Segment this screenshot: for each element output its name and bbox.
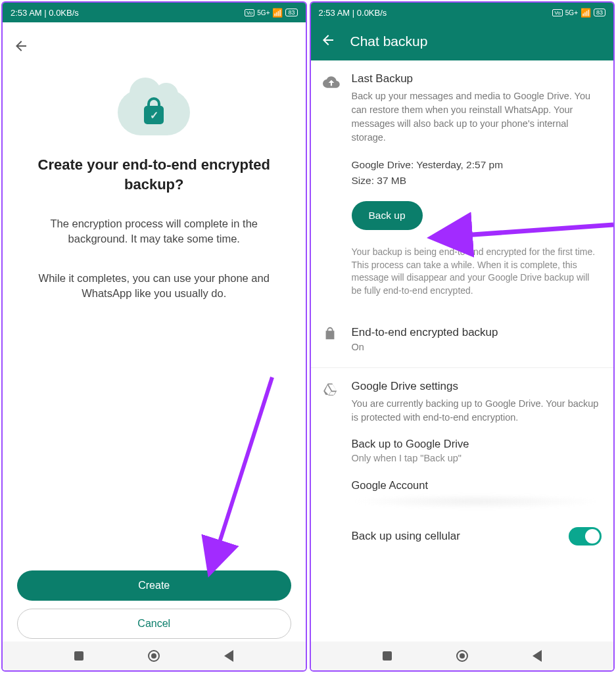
bottom-button-row: Create Cancel bbox=[3, 570, 306, 639]
network-type: 5G+ bbox=[565, 9, 578, 16]
cloud-upload-icon bbox=[323, 74, 340, 93]
encrypted-cloud-illustration: ✓ bbox=[118, 83, 190, 135]
nav-recent-icon[interactable] bbox=[383, 651, 392, 661]
backup-cellular-label: Back up using cellular bbox=[352, 530, 460, 543]
encryption-note: Your backup is being end-to-end encrypte… bbox=[352, 246, 602, 297]
battery-indicator: 83 bbox=[594, 9, 605, 16]
status-bar: 2:53 AM | 0.0KB/s Vo 5G+ 📶 83 bbox=[3, 3, 306, 22]
status-right-cluster: Vo 5G+ 📶 83 bbox=[245, 8, 298, 18]
status-bar: 2:53 AM | 0.0KB/s Vo 5G+ 📶 83 bbox=[311, 3, 614, 22]
gdrive-settings-title: Google Drive settings bbox=[352, 380, 602, 393]
top-area bbox=[3, 22, 306, 57]
backup-size: Size: 37 MB bbox=[352, 175, 602, 187]
google-drive-icon bbox=[323, 381, 339, 400]
description-2: While it completes, you can use your pho… bbox=[3, 271, 306, 301]
google-account-value-redacted bbox=[352, 494, 602, 509]
check-icon: ✓ bbox=[150, 109, 158, 122]
create-button[interactable]: Create bbox=[17, 570, 291, 601]
page-title: Create your end-to-end encrypted backup? bbox=[3, 155, 306, 194]
nav-recent-icon[interactable] bbox=[74, 651, 83, 661]
section-gdrive-settings: Google Drive settings You are currently … bbox=[311, 367, 614, 429]
lock-icon bbox=[323, 326, 337, 343]
row-backup-cellular[interactable]: Back up using cellular bbox=[311, 518, 614, 555]
signal-icon: 📶 bbox=[580, 8, 591, 18]
backup-to-gdrive-title: Back up to Google Drive bbox=[352, 438, 602, 450]
system-nav-bar bbox=[311, 641, 614, 670]
nav-back-icon[interactable] bbox=[224, 650, 233, 662]
nav-back-icon[interactable] bbox=[533, 650, 542, 662]
section-last-backup: Last Backup Back up your messages and me… bbox=[311, 60, 614, 313]
google-account-title: Google Account bbox=[352, 479, 602, 492]
signal-icon: 📶 bbox=[272, 8, 283, 18]
cancel-button[interactable]: Cancel bbox=[17, 609, 291, 639]
vowifi-icon: Vo bbox=[245, 9, 254, 16]
app-bar: Chat backup bbox=[311, 22, 614, 60]
app-bar-title: Chat backup bbox=[350, 34, 428, 49]
e2e-title: End-to-end encrypted backup bbox=[352, 326, 602, 339]
cellular-toggle[interactable] bbox=[569, 527, 602, 545]
vowifi-icon: Vo bbox=[552, 9, 562, 16]
backup-button[interactable]: Back up bbox=[352, 201, 423, 230]
phone-screen-left: 2:53 AM | 0.0KB/s Vo 5G+ 📶 83 ✓ Create y… bbox=[1, 1, 307, 672]
back-arrow-icon[interactable] bbox=[320, 32, 336, 51]
battery-indicator: 83 bbox=[285, 9, 297, 16]
gdrive-settings-desc: You are currently backing up to Google D… bbox=[352, 397, 602, 425]
network-type: 5G+ bbox=[257, 9, 270, 16]
row-google-account[interactable]: Google Account bbox=[311, 466, 614, 511]
back-arrow-icon[interactable] bbox=[13, 45, 29, 56]
status-time-net: 2:53 AM | 0.0KB/s bbox=[11, 8, 79, 18]
section-e2e[interactable]: End-to-end encrypted backup On bbox=[311, 313, 614, 367]
svg-line-0 bbox=[213, 377, 272, 563]
system-nav-bar bbox=[3, 641, 306, 670]
phone-screen-right: 2:53 AM | 0.0KB/s Vo 5G+ 📶 83 Chat backu… bbox=[310, 1, 615, 672]
content-left: ✓ Create your end-to-end encrypted backu… bbox=[3, 22, 306, 641]
nav-home-icon[interactable] bbox=[456, 650, 468, 662]
lock-icon: ✓ bbox=[144, 106, 164, 124]
status-time-net: 2:53 AM | 0.0KB/s bbox=[319, 8, 387, 18]
last-backup-desc: Back up your messages and media to Googl… bbox=[352, 89, 602, 145]
nav-home-icon[interactable] bbox=[148, 650, 160, 662]
status-right-cluster: Vo 5G+ 📶 83 bbox=[552, 8, 605, 18]
e2e-status: On bbox=[352, 340, 602, 354]
row-backup-to-gdrive[interactable]: Back up to Google Drive Only when I tap … bbox=[311, 429, 614, 466]
content-right: Last Backup Back up your messages and me… bbox=[311, 60, 614, 641]
last-backup-title: Last Backup bbox=[352, 72, 602, 85]
backup-to-gdrive-sub: Only when I tap "Back up" bbox=[352, 453, 602, 463]
gdrive-timestamp: Google Drive: Yesterday, 2:57 pm bbox=[352, 159, 602, 171]
annotation-arrow-create bbox=[200, 371, 292, 574]
description-1: The encryption process will complete in … bbox=[3, 216, 306, 246]
